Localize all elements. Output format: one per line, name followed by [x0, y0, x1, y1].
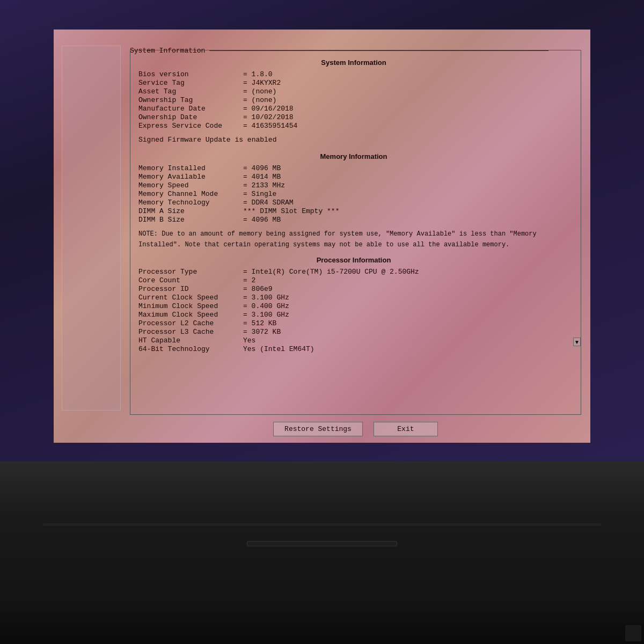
keyboard-bar — [43, 523, 601, 526]
memory-installed-label: Memory Installed — [138, 164, 243, 172]
max-clock-label: Maximum Clock Speed — [138, 311, 243, 319]
ownership-date-label: Ownership Date — [138, 113, 243, 121]
express-service-label: Express Service Code — [138, 122, 243, 130]
button-bar: Restore Settings Exit — [130, 422, 581, 436]
memory-installed-value: = 4096 MB — [243, 164, 569, 172]
ownership-tag-value: = (none) — [243, 96, 569, 104]
memory-channel-label: Memory Channel Mode — [138, 190, 243, 198]
memory-info-title: Memory Information — [138, 151, 569, 161]
processor-info-title: Processor Information — [138, 255, 569, 265]
ownership-tag-label: Ownership Tag — [138, 96, 243, 104]
trackpad — [247, 541, 397, 546]
memory-speed-label: Memory Speed — [138, 181, 243, 189]
current-clock-value: = 3.100 GHz — [243, 294, 569, 302]
memory-tech-label: Memory Technology — [138, 199, 243, 207]
min-clock-label: Minimum Clock Speed — [138, 302, 243, 310]
asset-tag-label: Asset Tag — [138, 87, 243, 96]
asset-tag-value: = (none) — [243, 87, 569, 96]
express-service-value: = 41635951454 — [243, 122, 569, 130]
exit-button[interactable]: Exit — [374, 422, 438, 436]
memory-note: NOTE: Due to an amount of memory being a… — [138, 228, 569, 250]
ownership-date-value: = 10/02/2018 — [243, 113, 569, 121]
memory-speed-value: = 2133 MHz — [243, 181, 569, 189]
memory-available-label: Memory Available — [138, 173, 243, 181]
core-count-label: Core Count — [138, 276, 243, 284]
ht-capable-value: Yes — [243, 336, 569, 345]
memory-info-grid: Memory Installed = 4096 MB Memory Availa… — [138, 164, 569, 224]
processor-id-label: Processor ID — [138, 285, 243, 293]
corner-hint — [625, 625, 641, 641]
bios-version-value: = 1.8.0 — [243, 70, 569, 78]
memory-channel-value: = Single — [243, 190, 569, 198]
laptop-bottom: DELL — [0, 462, 644, 644]
service-tag-value: = J4KYXR2 — [243, 79, 569, 87]
manufacture-date-value: = 09/16/2018 — [243, 105, 569, 113]
memory-tech-value: = DDR4 SDRAM — [243, 199, 569, 207]
bios-screen: System Information ─────────────────────… — [54, 30, 590, 443]
scroll-down-indicator[interactable]: ▼ — [573, 338, 581, 346]
l3-cache-label: Processor L3 Cache — [138, 328, 243, 336]
l2-cache-value: = 512 KB — [243, 319, 569, 327]
l2-cache-label: Processor L2 Cache — [138, 319, 243, 327]
processor-info-grid: Processor Type = Intel(R) Core(TM) i5-72… — [138, 268, 569, 353]
system-info-title: System Information — [138, 57, 569, 67]
core-count-value: = 2 — [243, 276, 569, 284]
min-clock-value: = 0.400 GHz — [243, 302, 569, 310]
max-clock-value: = 3.100 GHz — [243, 311, 569, 319]
ht-capable-label: HT Capable — [138, 336, 243, 345]
firmware-note: Signed Firmware Update is enabled — [138, 134, 569, 146]
memory-available-value: = 4014 MB — [243, 173, 569, 181]
dimm-a-label: DIMM A Size — [138, 207, 243, 215]
l3-cache-value: = 3072 KB — [243, 328, 569, 336]
current-clock-label: Current Clock Speed — [138, 294, 243, 302]
laptop-outer: System Information ─────────────────────… — [0, 0, 644, 644]
processor-id-value: = 806e9 — [243, 285, 569, 293]
system-info-grid: Bios version = 1.8.0 Service Tag = J4KYX… — [138, 70, 569, 130]
dimm-a-value: *** DIMM Slot Empty *** — [243, 207, 569, 215]
bottom-strip — [0, 612, 644, 644]
processor-type-label: Processor Type — [138, 268, 243, 276]
service-tag-label: Service Tag — [138, 79, 243, 87]
dimm-b-label: DIMM B Size — [138, 216, 243, 224]
processor-type-value: = Intel(R) Core(TM) i5-7200U CPU @ 2.50G… — [243, 268, 569, 276]
bit64-label: 64-Bit Technology — [138, 345, 243, 353]
restore-settings-button[interactable]: Restore Settings — [273, 422, 363, 436]
bios-version-label: Bios version — [138, 70, 243, 78]
bit64-value: Yes (Intel EM64T) — [243, 345, 569, 353]
dimm-b-value: = 4096 MB — [243, 216, 569, 224]
main-content: System Information Bios version = 1.8.0 … — [133, 53, 574, 412]
manufacture-date-label: Manufacture Date — [138, 105, 243, 113]
left-sidebar — [62, 46, 121, 411]
outer-box-label: System Information ─────────────────────… — [130, 47, 548, 55]
